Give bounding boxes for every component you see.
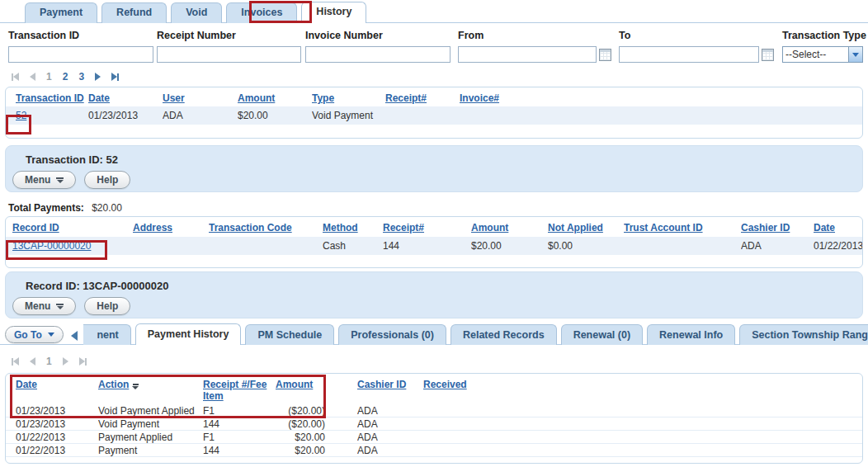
tab-invoices[interactable]: Invoices bbox=[226, 2, 297, 23]
cell-date: 01/22/2013 bbox=[814, 240, 862, 252]
column-header-cashier-id[interactable]: Cashier ID bbox=[357, 379, 423, 390]
total-payments-value: $20.00 bbox=[92, 202, 122, 214]
dropdown-arrow-icon bbox=[848, 47, 862, 62]
column-header-amount[interactable]: Amount bbox=[276, 379, 357, 390]
page-number-current: 1 bbox=[46, 71, 52, 83]
column-header-trust-account-id[interactable]: Trust Account ID bbox=[624, 222, 741, 234]
column-header-address[interactable]: Address bbox=[133, 222, 209, 234]
menu-button-label: Menu bbox=[25, 300, 50, 312]
cell-amount: ($20.00) bbox=[276, 418, 357, 430]
cell-amount: $20.00 bbox=[276, 445, 357, 456]
cell-cashier: ADA bbox=[357, 418, 423, 430]
table-row: 01/23/2013 Void Payment 144 ($20.00) ADA bbox=[6, 417, 862, 431]
tab-clipped-partial[interactable]: nent bbox=[83, 324, 131, 345]
column-header-date[interactable]: Date bbox=[88, 92, 163, 104]
column-header-transaction-id[interactable]: Transaction ID bbox=[16, 92, 88, 104]
cell-amount: ($20.00) bbox=[276, 405, 357, 417]
receipt-number-input[interactable] bbox=[157, 46, 301, 63]
scroll-tabs-left-icon[interactable] bbox=[71, 331, 78, 341]
page-number-link[interactable]: 3 bbox=[78, 71, 84, 83]
column-header-receipt-fee-item[interactable]: Receipt #/Fee Item bbox=[203, 379, 276, 402]
help-button-label: Help bbox=[97, 300, 118, 312]
transaction-id-label: Transaction ID bbox=[8, 30, 157, 41]
cell-cashier: ADA bbox=[357, 405, 423, 417]
help-button[interactable]: Help bbox=[84, 171, 130, 189]
cell-type: Void Payment bbox=[312, 110, 385, 121]
cell-receipt-fee: F1 bbox=[203, 432, 276, 443]
tab-history[interactable]: History bbox=[301, 2, 366, 23]
receipt-number-label: Receipt Number bbox=[157, 30, 305, 41]
tab-renewal-info[interactable]: Renewal Info bbox=[647, 324, 735, 345]
go-to-button[interactable]: Go To bbox=[5, 326, 64, 343]
next-page-icon[interactable] bbox=[95, 73, 101, 81]
record-id-link[interactable]: 13CAP-00000020 bbox=[12, 240, 91, 252]
column-header-transaction-code[interactable]: Transaction Code bbox=[209, 222, 323, 234]
tab-void[interactable]: Void bbox=[171, 2, 222, 23]
tab-related-records[interactable]: Related Records bbox=[451, 324, 557, 345]
transaction-detail-panel: Transaction ID: 52 Menu Help bbox=[5, 145, 863, 192]
table-row: 01/23/2013 Void Payment Applied F1 ($20.… bbox=[6, 404, 862, 417]
cell-not-applied: $0.00 bbox=[548, 240, 624, 252]
column-header-date[interactable]: Date bbox=[814, 222, 862, 234]
column-header-type[interactable]: Type bbox=[312, 92, 385, 104]
last-page-icon bbox=[79, 357, 87, 366]
help-button[interactable]: Help bbox=[84, 297, 130, 315]
column-header-not-applied[interactable]: Not Applied bbox=[548, 222, 624, 234]
column-header-method[interactable]: Method bbox=[323, 222, 383, 234]
cell-amount: $20.00 bbox=[276, 432, 357, 443]
cell-cashier: ADA bbox=[357, 445, 423, 456]
column-header-receipt[interactable]: Receipt# bbox=[385, 92, 460, 104]
total-payments-label: Total Payments: bbox=[8, 202, 84, 214]
cell-receipt-fee: 144 bbox=[203, 445, 276, 456]
cell-method: Cash bbox=[323, 240, 383, 252]
tab-pm-schedule[interactable]: PM Schedule bbox=[245, 324, 334, 345]
table-row: 01/22/2013 Payment 144 $20.00 ADA bbox=[6, 444, 862, 457]
menu-button[interactable]: Menu bbox=[12, 297, 76, 315]
tab-payment-history[interactable]: Payment History bbox=[135, 323, 242, 345]
column-header-action-label[interactable]: Action bbox=[98, 379, 129, 390]
column-header-amount[interactable]: Amount bbox=[238, 92, 312, 104]
transaction-history-table: Transaction ID Date User Amount Type Rec… bbox=[5, 87, 863, 139]
menu-button[interactable]: Menu bbox=[12, 171, 76, 189]
tab-section-township-range[interactable]: Section Township Range bbox=[739, 324, 868, 345]
tab-professionals[interactable]: Professionals (0) bbox=[338, 324, 446, 345]
payment-history-detail-table: Date Action Receipt #/Fee Item Amount Ca… bbox=[5, 373, 863, 464]
menu-dropdown-icon bbox=[56, 177, 64, 183]
column-header-received[interactable]: Received bbox=[423, 379, 862, 390]
previous-page-icon bbox=[30, 357, 35, 366]
total-payments: Total Payments: $20.00 bbox=[8, 202, 122, 214]
cell-amount: $20.00 bbox=[238, 110, 312, 121]
record-tab-strip: Go To nent Payment History PM Schedule P… bbox=[0, 323, 868, 345]
tab-renewal[interactable]: Renewal (0) bbox=[561, 324, 643, 345]
to-date-input[interactable] bbox=[619, 46, 759, 63]
cell-cashier-id: ADA bbox=[741, 240, 814, 252]
column-header-date[interactable]: Date bbox=[16, 379, 98, 390]
column-header-receipt[interactable]: Receipt# bbox=[383, 222, 471, 234]
payment-history-page: Payment Refund Void Invoices History Tra… bbox=[0, 0, 868, 467]
column-header-action[interactable]: Action bbox=[98, 379, 203, 390]
transaction-panel-title: Transaction ID: 52 bbox=[26, 153, 862, 166]
page-number-link[interactable]: 2 bbox=[63, 71, 68, 83]
transaction-type-select[interactable]: --Select-- bbox=[782, 46, 863, 63]
invoice-number-input[interactable] bbox=[305, 46, 451, 63]
tab-payment[interactable]: Payment bbox=[25, 2, 97, 23]
calendar-icon[interactable] bbox=[762, 49, 774, 61]
transaction-id-link[interactable]: 52 bbox=[16, 110, 26, 121]
column-header-invoice[interactable]: Invoice# bbox=[460, 92, 862, 104]
column-header-amount[interactable]: Amount bbox=[471, 222, 548, 234]
tab-refund[interactable]: Refund bbox=[101, 2, 167, 23]
cell-receipt: 144 bbox=[383, 240, 471, 252]
column-header-cashier-id[interactable]: Cashier ID bbox=[741, 222, 814, 234]
column-header-record-id[interactable]: Record ID bbox=[12, 222, 133, 234]
cell-action: Payment Applied bbox=[98, 432, 203, 443]
last-page-icon[interactable] bbox=[111, 73, 119, 81]
cell-date: 01/22/2013 bbox=[16, 432, 98, 443]
table-row: 01/22/2013 Payment Applied F1 $20.00 ADA bbox=[6, 431, 862, 444]
table-header-row: Date Action Receipt #/Fee Item Amount Ca… bbox=[6, 374, 862, 404]
column-header-user[interactable]: User bbox=[163, 92, 238, 104]
transaction-id-input[interactable] bbox=[8, 46, 153, 63]
calendar-icon[interactable] bbox=[599, 49, 611, 61]
from-date-input[interactable] bbox=[458, 46, 597, 63]
cell-date: 01/22/2013 bbox=[16, 445, 98, 456]
table-row: 52 01/23/2013 ADA $20.00 Void Payment bbox=[6, 106, 862, 125]
